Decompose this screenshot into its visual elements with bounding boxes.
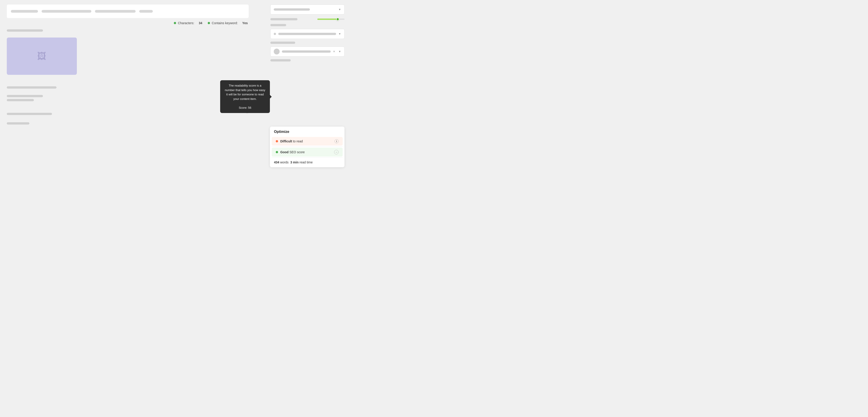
seo-arrow-icon[interactable]: → <box>334 150 339 154</box>
title-input-bar[interactable] <box>7 4 249 18</box>
words-label: words <box>279 160 288 164</box>
difficult-bold: Difficult <box>280 139 292 143</box>
characters-value: 34 <box>199 21 202 25</box>
title-ph-3 <box>95 10 135 13</box>
collapsible-section-1: ⌄ <box>7 82 249 101</box>
keyword-dot <box>208 22 210 24</box>
section-1-sub-line-2 <box>7 99 34 101</box>
slider-row <box>270 17 344 21</box>
line-1 <box>7 86 57 89</box>
sidebar-dropdown-2[interactable]: ▼ <box>270 29 344 39</box>
characters-dot <box>174 22 176 24</box>
right-sidebar: ▼ ▼ ✕ ▼ Optimize Dif <box>267 0 348 172</box>
meta-bar: Characters: 34 Contains keyword: Yes <box>7 21 249 25</box>
difficult-dot <box>276 140 278 142</box>
tooltip-score: Score: 56 <box>239 106 251 109</box>
section-1-header[interactable]: ⌄ <box>7 82 249 93</box>
keyword-label: Contains keyword: <box>212 21 238 25</box>
dropdown-2-placeholder <box>278 33 336 35</box>
good-suffix: SEO score <box>289 150 305 154</box>
characters-label: Characters: <box>178 21 194 25</box>
good-seo-left: Good SEO score <box>276 150 305 154</box>
dropdown-1-placeholder <box>274 8 310 11</box>
sidebar-dropdown-3[interactable]: ✕ ▼ <box>270 46 344 57</box>
difficult-read-left: Difficult to read <box>276 139 303 143</box>
dropdown-2-arrow-icon: ▼ <box>338 32 341 35</box>
line-2 <box>7 113 52 115</box>
keyword-value: Yes <box>242 21 248 25</box>
good-seo-row: Good SEO score → <box>272 148 343 157</box>
main-editor: Characters: 34 Contains keyword: Yes 🖼 ⌄ <box>0 0 255 172</box>
clear-icon[interactable]: ✕ <box>333 50 335 53</box>
slider-thumb[interactable] <box>336 18 339 21</box>
min-label: read time <box>299 160 313 164</box>
sidebar-dropdown-1[interactable]: ▼ <box>270 4 344 14</box>
optimize-title: Optimize <box>270 127 344 136</box>
good-seo-text: Good SEO score <box>280 150 305 154</box>
avatar <box>274 49 280 55</box>
min-number: 3 min <box>290 160 299 164</box>
words-number: 434 <box>274 160 279 164</box>
title-ph-1 <box>11 10 38 13</box>
small-label-1 <box>270 24 286 26</box>
image-placeholder-icon: 🖼 <box>37 51 46 61</box>
difficult-read-text: Difficult to read <box>280 139 303 143</box>
section-1-sub-line <box>7 95 43 97</box>
good-bold: Good <box>280 150 289 154</box>
title-ph-4 <box>139 10 153 13</box>
featured-image[interactable]: 🖼 <box>7 37 77 75</box>
dropdown-3-arrow-icon: ▼ <box>338 50 341 53</box>
sidebar-label-2 <box>270 41 295 44</box>
section-2-lines <box>7 113 52 115</box>
section-label-1 <box>7 29 43 32</box>
readability-label-row <box>270 59 344 62</box>
characters-meta: Characters: 34 <box>174 21 202 25</box>
readability-label-placeholder <box>270 59 291 62</box>
content-area: 🖼 <box>7 29 249 75</box>
stats-row: 434 words 3 min read time <box>270 158 344 167</box>
avatar-placeholder-text <box>282 51 331 53</box>
readability-info-icon[interactable]: ℹ <box>335 139 339 143</box>
readability-tooltip: The readability score is a number that t… <box>220 80 270 113</box>
optimize-panel: Optimize Difficult to read ℹ Good SEO sc… <box>270 127 344 167</box>
difficult-read-row: Difficult to read ℹ <box>272 137 343 146</box>
section-2-header[interactable]: ⌃ <box>7 108 249 120</box>
tooltip-text: The readability score is a number that t… <box>225 84 265 101</box>
keyword-meta: Contains keyword: Yes <box>208 21 248 25</box>
dropdown-1-arrow-icon: ▼ <box>338 8 341 11</box>
slider-label <box>270 18 298 20</box>
dropdown-2-dot <box>274 33 276 35</box>
difficult-suffix: to read <box>292 139 303 143</box>
section-2-sub-line <box>7 122 29 125</box>
slider-fill <box>317 19 338 20</box>
title-ph-2 <box>41 10 91 13</box>
seo-dot <box>276 151 278 153</box>
section-1-lines <box>7 86 57 89</box>
collapsible-section-2: ⌃ <box>7 108 249 125</box>
slider-track[interactable] <box>317 19 344 20</box>
